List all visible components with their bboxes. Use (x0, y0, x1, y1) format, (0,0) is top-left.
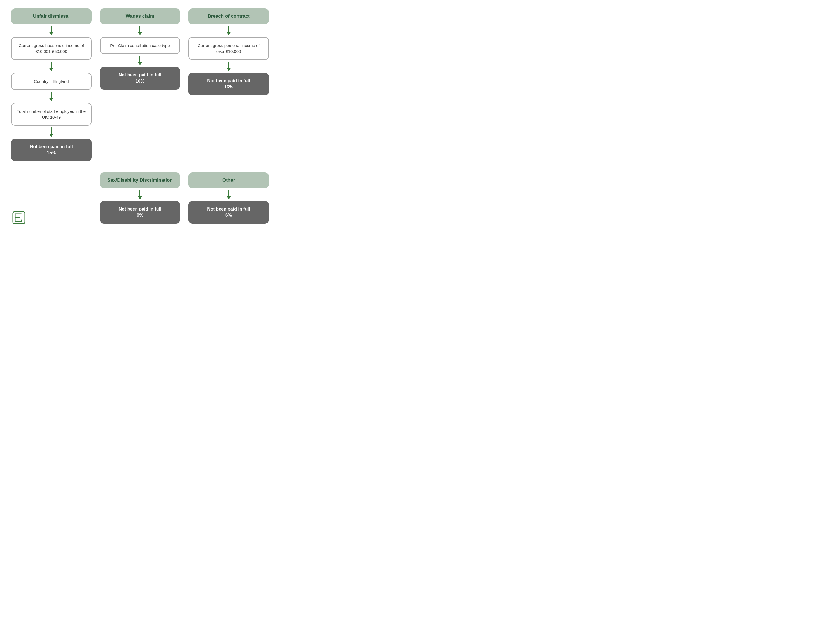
arrow-head (227, 196, 231, 199)
arrow-1d (49, 127, 54, 137)
arrow-head (138, 196, 142, 199)
company-logo (11, 210, 27, 226)
result-wages-text: Not been paid in full 10% (119, 73, 161, 84)
logo-area (11, 210, 27, 227)
arrow-1c (49, 92, 54, 101)
main-diagram: Unfair dismissal Current gross household… (11, 8, 269, 161)
arrow-head (138, 32, 142, 35)
arrow-2b (138, 56, 142, 65)
arrow-3b (227, 62, 231, 71)
arrow-line (51, 26, 52, 32)
step-wages-1-text: Pre-Claim conciliation case type (110, 43, 170, 48)
arrow-head (227, 68, 231, 71)
step-unfair-1: Current gross household income of £10,00… (11, 37, 92, 60)
step-unfair-3: Total number of staff employed in the UK… (11, 103, 92, 126)
step-unfair-1-text: Current gross household income of £10,00… (19, 43, 84, 54)
column-sex-disability: Sex/Disability Discrimination Not been p… (100, 172, 180, 224)
result-breach: Not been paid in full 16% (188, 73, 269, 95)
arrow-head (138, 62, 142, 65)
header-unfair-dismissal-label: Unfair dismissal (33, 13, 70, 19)
header-other: Other (188, 172, 269, 188)
step-unfair-3-text: Total number of staff employed in the UK… (17, 109, 86, 120)
result-unfair: Not been paid in full 15% (11, 139, 92, 161)
arrow-5a (227, 190, 231, 199)
result-breach-text: Not been paid in full 16% (207, 78, 250, 89)
arrow-head (49, 32, 54, 35)
arrow-line (51, 127, 52, 134)
header-other-label: Other (222, 177, 235, 183)
arrow-2a (138, 26, 142, 35)
arrow-1a (49, 26, 54, 35)
step-unfair-2: Country = England (11, 73, 92, 90)
column-wages-claim: Wages claim Pre-Claim conciliation case … (100, 8, 180, 161)
column-unfair-dismissal: Unfair dismissal Current gross household… (11, 8, 92, 161)
step-wages-1: Pre-Claim conciliation case type (100, 37, 180, 54)
header-sex-disability: Sex/Disability Discrimination (100, 172, 180, 188)
arrow-1b (49, 62, 54, 71)
result-other: Not been paid in full 6% (188, 201, 269, 224)
result-sex-disability-text: Not been paid in full 0% (119, 207, 161, 218)
arrow-head (49, 134, 54, 137)
arrow-line (51, 62, 52, 68)
header-unfair-dismissal: Unfair dismissal (11, 8, 92, 24)
header-wages-claim: Wages claim (100, 8, 180, 24)
arrow-3a (227, 26, 231, 35)
arrow-4a (138, 190, 142, 199)
column-other: Other Not been paid in full 6% (188, 172, 269, 224)
step-breach-1-text: Current gross personal income of over £1… (198, 43, 260, 54)
arrow-line (228, 190, 229, 196)
arrow-head (49, 68, 54, 71)
header-sex-disability-label: Sex/Disability Discrimination (107, 177, 172, 183)
arrow-line (51, 92, 52, 98)
header-breach-label: Breach of contract (208, 13, 250, 19)
arrow-line (139, 190, 140, 196)
arrow-line (139, 26, 140, 32)
step-breach-1: Current gross personal income of over £1… (188, 37, 269, 60)
arrow-line (139, 56, 140, 62)
bottom-row: Sex/Disability Discrimination Not been p… (11, 172, 269, 224)
header-breach: Breach of contract (188, 8, 269, 24)
arrow-head (49, 98, 54, 101)
arrow-line (228, 26, 229, 32)
result-wages: Not been paid in full 10% (100, 67, 180, 90)
result-sex-disability: Not been paid in full 0% (100, 201, 180, 224)
header-wages-claim-label: Wages claim (126, 13, 154, 19)
result-other-text: Not been paid in full 6% (207, 207, 250, 218)
result-unfair-text: Not been paid in full 15% (30, 144, 73, 155)
column-breach-of-contract: Breach of contract Current gross persona… (188, 8, 269, 161)
arrow-head (227, 32, 231, 35)
step-unfair-2-text: Country = England (34, 79, 69, 84)
arrow-line (228, 62, 229, 68)
